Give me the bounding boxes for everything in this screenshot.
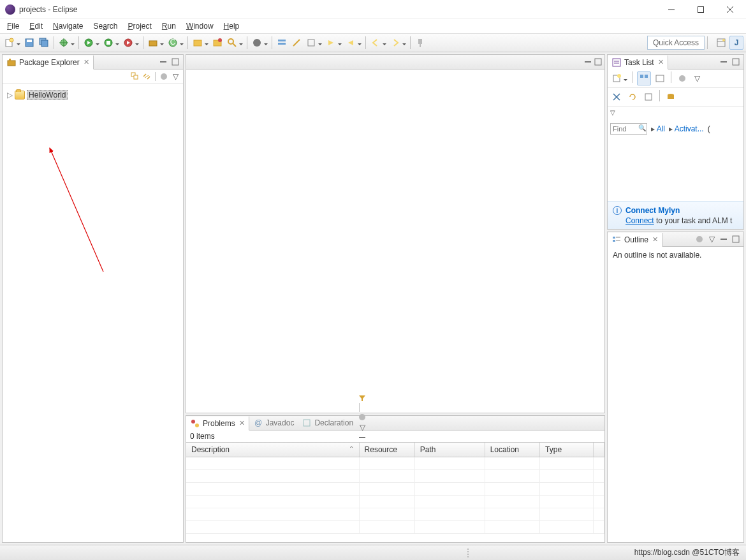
menu-edit[interactable]: Edit xyxy=(25,20,47,32)
menu-project[interactable]: Project xyxy=(123,20,156,32)
close-icon[interactable]: ✕ xyxy=(84,58,89,66)
maximize-view-button[interactable] xyxy=(170,57,180,67)
maximize-button[interactable] xyxy=(686,0,715,19)
svg-point-44 xyxy=(161,73,167,80)
back-button[interactable] xyxy=(369,36,388,50)
close-icon[interactable]: ✕ xyxy=(652,235,658,244)
new-package-button[interactable] xyxy=(146,36,165,50)
minimize-view-button[interactable] xyxy=(158,57,168,67)
problems-panel: Problems ✕ @ Javadoc Declaration ▽ xyxy=(186,415,605,543)
expand-arrow-icon[interactable]: ▷ xyxy=(6,91,13,99)
problems-tab[interactable]: Problems ✕ xyxy=(186,416,249,431)
package-explorer-tab[interactable]: Package Explorer ✕ xyxy=(3,55,94,70)
table-row xyxy=(186,469,604,482)
svg-point-27 xyxy=(253,39,261,47)
javadoc-tab[interactable]: @ Javadoc xyxy=(249,416,298,430)
toggle-mark-button[interactable] xyxy=(289,36,304,50)
maximize-view-button[interactable] xyxy=(731,234,741,244)
link-editor-button[interactable] xyxy=(142,71,152,82)
minimize-button[interactable] xyxy=(657,0,686,19)
menu-help[interactable]: Help xyxy=(219,20,244,32)
open-task-button[interactable] xyxy=(210,36,224,50)
minimize-view-button[interactable] xyxy=(719,234,729,244)
editor-area[interactable] xyxy=(186,54,605,413)
coverage-button[interactable] xyxy=(101,36,121,50)
watermark: https://blog.csdn @51CTO博客 xyxy=(634,547,740,558)
annotation-nav-button[interactable] xyxy=(304,36,323,50)
svg-point-25 xyxy=(228,39,233,44)
col-type[interactable]: Type xyxy=(540,443,594,457)
focus-problems-button[interactable] xyxy=(357,412,367,422)
menu-search[interactable]: Search xyxy=(89,20,122,32)
view-menu-button[interactable]: ▽ xyxy=(706,234,717,244)
new-button[interactable] xyxy=(3,36,22,50)
prev-annotation-button[interactable] xyxy=(344,36,363,50)
new-class-button[interactable]: C xyxy=(166,36,185,50)
new-task-button[interactable] xyxy=(610,71,629,85)
svg-rect-52 xyxy=(304,420,310,426)
project-tree[interactable]: ▷ HelloWorld xyxy=(3,84,183,107)
svg-text:C: C xyxy=(170,38,176,47)
svg-point-76 xyxy=(696,236,703,242)
categorize-button[interactable] xyxy=(637,71,651,85)
col-location[interactable]: Location xyxy=(485,443,539,457)
open-perspective-button[interactable] xyxy=(714,36,728,50)
menu-file[interactable]: File xyxy=(3,20,24,32)
save-all-button[interactable] xyxy=(37,36,51,50)
quick-access[interactable]: Quick Access xyxy=(647,36,705,50)
statusbar-grip[interactable] xyxy=(467,549,469,557)
svg-rect-43 xyxy=(134,75,138,79)
task-list-tab[interactable]: Task List ✕ xyxy=(608,55,668,70)
toggle-breadcrumb-button[interactable] xyxy=(275,36,289,50)
close-icon[interactable]: ✕ xyxy=(239,419,245,427)
forward-button[interactable] xyxy=(388,36,407,50)
focus-workweek-button[interactable] xyxy=(675,71,689,85)
svg-rect-78 xyxy=(733,236,739,242)
hide-completed-button[interactable] xyxy=(610,90,624,104)
maximize-view-button[interactable] xyxy=(731,57,741,67)
task-context-button[interactable] xyxy=(250,36,269,50)
run-last-button[interactable] xyxy=(121,36,140,50)
task-view-menu[interactable]: ▽ xyxy=(691,71,703,85)
chevron-down-icon[interactable]: ▽ xyxy=(610,109,615,116)
project-node[interactable]: ▷ HelloWorld xyxy=(6,90,179,100)
outline-tab[interactable]: Outline ✕ xyxy=(608,233,662,247)
menu-run[interactable]: Run xyxy=(157,20,180,32)
focus-task-button[interactable] xyxy=(159,71,169,82)
col-resource[interactable]: Resource xyxy=(359,443,414,457)
synchronize-button[interactable] xyxy=(625,90,640,104)
minimize-view-button[interactable] xyxy=(719,57,729,67)
maximize-editor-button[interactable] xyxy=(594,58,602,66)
minimize-editor-button[interactable] xyxy=(584,58,592,66)
open-type-button[interactable] xyxy=(191,36,210,50)
close-button[interactable] xyxy=(715,0,745,19)
repo-button[interactable] xyxy=(664,90,678,104)
menu-window[interactable]: Window xyxy=(182,20,218,32)
view-menu-button[interactable]: ▽ xyxy=(170,71,180,82)
col-path[interactable]: Path xyxy=(414,443,485,457)
collapse-button[interactable] xyxy=(641,90,655,104)
close-icon[interactable]: ✕ xyxy=(658,58,664,66)
filters-button[interactable] xyxy=(357,393,367,403)
menu-navigate[interactable]: Navigate xyxy=(48,20,87,32)
focus-outline-button[interactable] xyxy=(694,234,705,244)
schedule-button[interactable] xyxy=(653,71,667,85)
search-button[interactable] xyxy=(225,36,244,50)
task-list-title: Task List xyxy=(624,58,654,67)
pin-editor-button[interactable] xyxy=(413,36,427,50)
col-description[interactable]: Description xyxy=(186,443,359,457)
debug-button[interactable] xyxy=(57,36,76,50)
all-filter[interactable]: ▸ All xyxy=(651,124,665,133)
run-button[interactable] xyxy=(82,36,101,50)
svg-rect-72 xyxy=(613,237,615,239)
problems-table[interactable]: Description Resource Path Location Type xyxy=(186,442,604,542)
activate-filter[interactable]: ▸ Activat... xyxy=(669,124,704,133)
collapse-all-button[interactable] xyxy=(130,71,140,82)
java-perspective-button[interactable]: J xyxy=(729,36,743,50)
declaration-tab[interactable]: Declaration xyxy=(298,416,357,430)
connect-link[interactable]: Connect xyxy=(625,216,654,225)
save-button[interactable] xyxy=(22,36,36,50)
next-annotation-button[interactable] xyxy=(324,36,343,50)
mylyn-title[interactable]: Connect Mylyn xyxy=(625,206,680,215)
declaration-tab-label: Declaration xyxy=(314,418,353,427)
